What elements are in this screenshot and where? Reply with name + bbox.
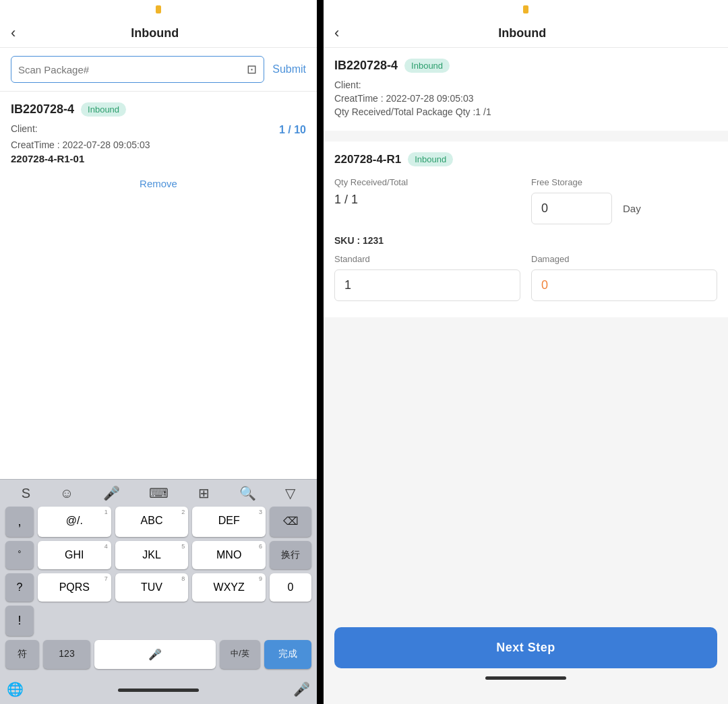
page-title-left: Inbound bbox=[24, 26, 286, 40]
free-storage-input[interactable] bbox=[531, 193, 612, 224]
creat-time-right: CreatTime : 2022-07-28 09:05:03 bbox=[334, 93, 717, 104]
package-badge: Inbound bbox=[408, 152, 453, 166]
nav-bar-left: ‹ Inbound bbox=[0, 19, 317, 48]
damaged-col: Damaged bbox=[531, 254, 717, 301]
package-section: 220728-4-R1 Inbound Qty Received/Total 1… bbox=[324, 136, 728, 317]
page-title-right: Inbound bbox=[347, 26, 697, 40]
client-label-left: Client: bbox=[11, 123, 38, 134]
keyboard-row-4: ! bbox=[0, 606, 317, 640]
keyboard: S ☺ 🎤 ⌨ ⊞ 🔍 ▽ , 1@/. 2ABC 3DEF ⌫ ° bbox=[0, 479, 317, 704]
keyboard-bottom-row: 符 123 🎤 中/英 完成 bbox=[0, 640, 317, 674]
home-indicator-left bbox=[118, 689, 199, 692]
search-bar: ⊡ Submit bbox=[0, 48, 317, 92]
key-at[interactable]: 1@/. bbox=[38, 507, 111, 537]
keyboard-row-2: ° 4GHI 5JKL 6MNO 换行 bbox=[0, 541, 317, 573]
key-zero[interactable]: 0 bbox=[270, 573, 311, 602]
back-button-left[interactable]: ‹ bbox=[11, 26, 16, 40]
mic-bottom-icon[interactable]: 🎤 bbox=[293, 681, 310, 697]
order-header: IB220728-4 Inbound bbox=[11, 102, 306, 117]
standard-damaged-row: Standard Damaged bbox=[334, 254, 717, 301]
home-indicator-right bbox=[485, 676, 566, 680]
keyboard-mic-icon[interactable]: 🎤 bbox=[103, 485, 120, 501]
keyboard-s-icon[interactable]: S bbox=[22, 486, 30, 501]
package-header: 220728-4-R1 Inbound bbox=[334, 152, 717, 166]
right-order-info: IB220728-4 Inbound Client: CreatTime : 2… bbox=[324, 48, 728, 136]
qty-free-storage-row: Qty Received/Total 1 / 1 Free Storage Da… bbox=[334, 177, 717, 224]
key-def[interactable]: 3DEF bbox=[192, 507, 266, 537]
key-pqrs[interactable]: 7PQRS bbox=[38, 573, 111, 602]
key-mno[interactable]: 6MNO bbox=[192, 541, 266, 569]
key-jkl[interactable]: 5JKL bbox=[115, 541, 189, 569]
keyboard-search-icon[interactable]: 🔍 bbox=[239, 485, 256, 501]
nav-bar-right: ‹ Inbound bbox=[324, 19, 728, 48]
content-area-left: IB220728-4 Inbound Client: 1 / 10 CreatT… bbox=[0, 92, 317, 479]
badge-left: Inbound bbox=[81, 102, 126, 117]
keyboard-row-3: ? 7PQRS 8TUV 9WXYZ 0 bbox=[0, 573, 317, 606]
keyboard-kb-icon[interactable]: ⌨ bbox=[149, 485, 169, 501]
globe-icon[interactable]: 🌐 bbox=[7, 681, 24, 697]
order-id-left: IB220728-4 bbox=[11, 102, 74, 117]
scan-input[interactable] bbox=[18, 64, 241, 75]
key-ghi[interactable]: 4GHI bbox=[38, 541, 111, 569]
key-question[interactable]: ? bbox=[5, 573, 34, 602]
right-panel: ‹ Inbound IB220728-4 Inbound Client: Cre… bbox=[324, 0, 728, 704]
key-fu[interactable]: 符 bbox=[5, 640, 39, 669]
scan-icon: ⊡ bbox=[247, 62, 257, 77]
status-bar-right bbox=[324, 0, 728, 19]
status-bar-left bbox=[0, 0, 317, 19]
panel-divider bbox=[317, 0, 324, 704]
key-space[interactable]: 🎤 bbox=[94, 640, 216, 669]
standard-label: Standard bbox=[334, 254, 520, 264]
damaged-label: Damaged bbox=[531, 254, 717, 264]
badge-right: Inbound bbox=[404, 59, 450, 73]
key-huanhang[interactable]: 换行 bbox=[270, 541, 311, 569]
back-button-right[interactable]: ‹ bbox=[334, 26, 339, 40]
keyboard-toolbar: S ☺ 🎤 ⌨ ⊞ 🔍 ▽ bbox=[0, 480, 317, 507]
sku-label: SKU : 1231 bbox=[334, 235, 717, 246]
package-order-id: 220728-4-R1 bbox=[334, 153, 401, 166]
sku-row: SKU : 1231 Standard Damaged bbox=[334, 235, 717, 301]
key-wxyz[interactable]: 9WXYZ bbox=[192, 573, 266, 602]
qty-received-col: Qty Received/Total 1 / 1 bbox=[334, 177, 520, 210]
key-backspace[interactable]: ⌫ bbox=[270, 507, 311, 537]
key-done[interactable]: 完成 bbox=[264, 640, 311, 669]
key-dot[interactable]: ° bbox=[5, 541, 34, 569]
free-storage-label: Free Storage bbox=[531, 177, 717, 187]
qty-package-right: Qty Received/Total Package Qty :1 /1 bbox=[334, 106, 717, 117]
order-id-right: IB220728-4 bbox=[334, 59, 398, 73]
key-123[interactable]: 123 bbox=[43, 640, 90, 669]
keyboard-bottom-bar: 🌐 🎤 bbox=[0, 674, 317, 704]
standard-input[interactable] bbox=[334, 269, 520, 301]
free-storage-row: Day bbox=[531, 193, 717, 224]
free-storage-col: Free Storage Day bbox=[531, 177, 717, 224]
right-order-header: IB220728-4 Inbound bbox=[334, 59, 717, 73]
day-label: Day bbox=[623, 203, 641, 214]
keyboard-emoji-icon[interactable]: ☺ bbox=[60, 486, 73, 501]
client-row: Client: 1 / 10 bbox=[11, 123, 306, 137]
keyboard-down-icon[interactable]: ▽ bbox=[285, 485, 295, 501]
status-indicator-right bbox=[523, 5, 528, 13]
package-id-left: 220728-4-R1-01 bbox=[11, 153, 306, 164]
remove-button[interactable]: Remove bbox=[11, 172, 306, 195]
key-comma[interactable]: , bbox=[5, 507, 34, 537]
key-abc[interactable]: 2ABC bbox=[115, 507, 189, 537]
key-tuv[interactable]: 8TUV bbox=[115, 573, 189, 602]
left-panel: ‹ Inbound ⊡ Submit IB220728-4 Inbound Cl… bbox=[0, 0, 317, 704]
qty-highlight-left: 1 / 10 bbox=[279, 124, 306, 136]
submit-button[interactable]: Submit bbox=[272, 63, 306, 75]
status-indicator-left bbox=[156, 5, 161, 13]
key-exclaim[interactable]: ! bbox=[5, 606, 34, 636]
creat-time-left: CreatTime : 2022-07-28 09:05:03 bbox=[11, 139, 306, 150]
next-step-button[interactable]: Next Step bbox=[334, 627, 717, 668]
standard-col: Standard bbox=[334, 254, 520, 301]
qty-received-value: 1 / 1 bbox=[334, 193, 520, 207]
client-label-right: Client: bbox=[334, 79, 717, 90]
key-chinese-english[interactable]: 中/英 bbox=[220, 640, 260, 669]
qty-received-label: Qty Received/Total bbox=[334, 177, 520, 187]
next-step-area: Next Step bbox=[324, 317, 728, 704]
scan-input-wrapper[interactable]: ⊡ bbox=[11, 56, 264, 83]
keyboard-clipboard-icon[interactable]: ⊞ bbox=[198, 485, 210, 501]
damaged-input[interactable] bbox=[531, 269, 717, 301]
keyboard-row-1: , 1@/. 2ABC 3DEF ⌫ bbox=[0, 507, 317, 541]
